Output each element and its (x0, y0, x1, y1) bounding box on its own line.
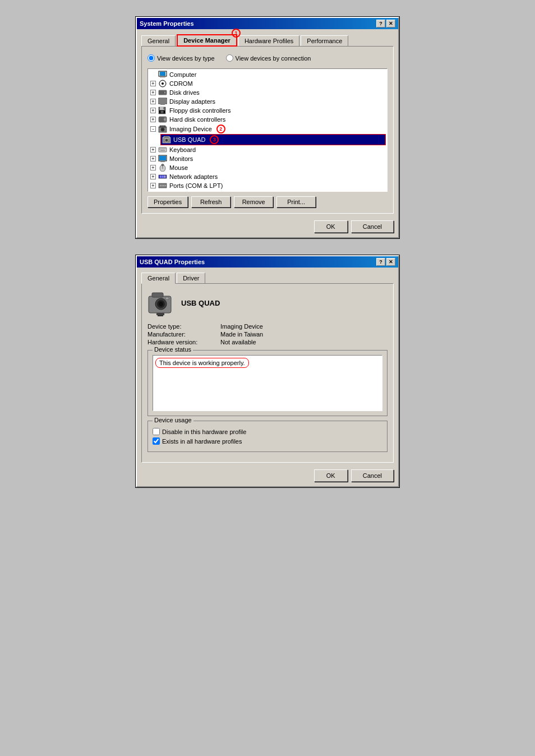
print-button[interactable]: Print... (276, 196, 316, 208)
usb-quad-properties-dialog: USB QUAD Properties ? ✕ General Driver (136, 255, 399, 487)
list-item[interactable]: + Display adapters (149, 97, 386, 106)
radio-by-connection[interactable]: View devices by connection (226, 54, 311, 62)
list-item[interactable]: + Floppy disk controllers (149, 106, 386, 115)
svg-rect-31 (160, 148, 161, 149)
list-item[interactable]: + Network adapters (149, 172, 386, 181)
dialog-content-2: General Driver (137, 268, 398, 467)
svg-rect-16 (163, 107, 164, 109)
help-button-2[interactable]: ? (376, 258, 385, 266)
svg-point-54 (160, 185, 161, 186)
radio-by-type[interactable]: View devices by type (147, 54, 215, 62)
list-item[interactable]: + Disk drives (149, 88, 386, 97)
title-bar-text-2: USB QUAD Properties (140, 259, 205, 265)
svg-point-72 (159, 302, 163, 306)
svg-rect-36 (159, 149, 160, 150)
hardware-version-label: Hardware version: (147, 339, 220, 345)
ok-button[interactable]: OK (314, 220, 348, 233)
svg-rect-35 (165, 148, 165, 149)
help-button[interactable]: ? (376, 20, 385, 27)
list-item[interactable]: + (149, 145, 386, 154)
tab-general[interactable]: General (141, 35, 176, 47)
svg-rect-11 (159, 99, 166, 103)
harddisk-icon (158, 116, 167, 123)
device-type-label: Device type: (147, 323, 220, 330)
tab-device-manager[interactable]: Device Manager 1 (177, 34, 237, 47)
exists-checkbox-row: Exists in all hardware profiles (153, 437, 382, 445)
device-name: USB QUAD (181, 299, 220, 307)
cancel-button-2[interactable]: Cancel (351, 469, 394, 482)
tab-performance[interactable]: Performance (301, 35, 348, 47)
list-item[interactable]: + Ports (COM & LPT) (149, 181, 386, 190)
svg-rect-50 (160, 176, 162, 178)
svg-point-55 (162, 185, 163, 186)
remove-button[interactable]: Remove (234, 196, 273, 208)
svg-rect-32 (162, 148, 162, 149)
svg-rect-2 (161, 76, 164, 77)
svg-rect-51 (162, 176, 164, 178)
tab-bar-2: General Driver (141, 272, 394, 283)
action-buttons: Properties Refresh Remove Print... (147, 196, 388, 208)
list-item[interactable]: - Imaging Device 2 (149, 124, 386, 134)
exists-checkbox[interactable] (153, 437, 160, 445)
device-status-label: Device status (153, 346, 193, 353)
keyboard-icon (158, 146, 167, 154)
refresh-button[interactable]: Refresh (191, 196, 230, 208)
svg-rect-8 (159, 91, 164, 94)
svg-point-57 (165, 185, 166, 186)
list-item[interactable]: + Monitors (149, 154, 386, 163)
svg-rect-12 (162, 104, 164, 104)
close-button[interactable]: ✕ (386, 20, 395, 27)
list-item[interactable]: + Hard disk controllers (149, 115, 386, 124)
computer-icon (158, 71, 167, 79)
disable-checkbox[interactable] (153, 428, 160, 435)
sound-icon (158, 191, 167, 192)
properties-button[interactable]: Properties (147, 196, 188, 208)
disable-checkbox-row: Disable in this hardware profile (153, 428, 382, 435)
svg-rect-74 (156, 313, 164, 315)
list-item[interactable]: + Mouse (149, 163, 386, 172)
svg-point-48 (162, 164, 164, 166)
svg-point-18 (160, 111, 164, 113)
status-text: This device is working properly. (155, 358, 249, 368)
svg-rect-39 (163, 149, 163, 150)
svg-point-9 (164, 91, 166, 94)
tab-driver[interactable]: Driver (177, 273, 205, 284)
svg-point-56 (163, 185, 164, 186)
ok-button-2[interactable]: OK (314, 469, 348, 482)
cancel-button[interactable]: Cancel (351, 220, 394, 233)
cdrom-icon (158, 80, 167, 87)
svg-rect-45 (160, 162, 165, 162)
svg-point-5 (162, 82, 164, 85)
title-bar-buttons: ? ✕ (376, 20, 395, 27)
tab-hardware-profiles[interactable]: Hardware Profiles (238, 35, 299, 47)
svg-rect-38 (162, 149, 162, 150)
svg-rect-3 (160, 77, 165, 77)
list-item-usb-quad[interactable]: USB QUAD 3 (160, 134, 386, 145)
manufacturer-label: Manufacturer: (147, 331, 220, 338)
close-button-2[interactable]: ✕ (386, 258, 395, 266)
list-item[interactable]: Computer (149, 70, 386, 79)
ports-icon (158, 182, 167, 190)
svg-point-25 (162, 129, 164, 131)
list-item[interactable]: + Sound, video and game controllers (149, 190, 386, 192)
hardware-version-value: Not available (220, 339, 388, 345)
svg-rect-20 (159, 117, 164, 122)
device-list[interactable]: Computer + CDROM + (147, 68, 388, 192)
device-status-group: Device status This device is working pro… (147, 350, 388, 416)
title-bar-text: System Properties (140, 20, 194, 27)
tab-general-2[interactable]: General (141, 273, 176, 284)
svg-rect-13 (160, 104, 165, 105)
svg-point-28 (165, 139, 168, 142)
system-properties-dialog: System Properties ? ✕ General Device Man… (136, 17, 399, 238)
manufacturer-value: Made in Taiwan (220, 331, 388, 338)
imaging-icon (158, 125, 167, 133)
list-item[interactable]: + CDROM (149, 79, 386, 88)
svg-rect-27 (164, 136, 169, 138)
mouse-icon (158, 164, 167, 172)
annotation-2: 2 (216, 125, 225, 133)
svg-rect-1 (160, 72, 165, 76)
svg-point-21 (164, 118, 166, 121)
usb-icon (162, 136, 171, 144)
device-usage-label: Device usage (153, 417, 193, 423)
dialog-footer-2: OK Cancel (137, 467, 398, 486)
